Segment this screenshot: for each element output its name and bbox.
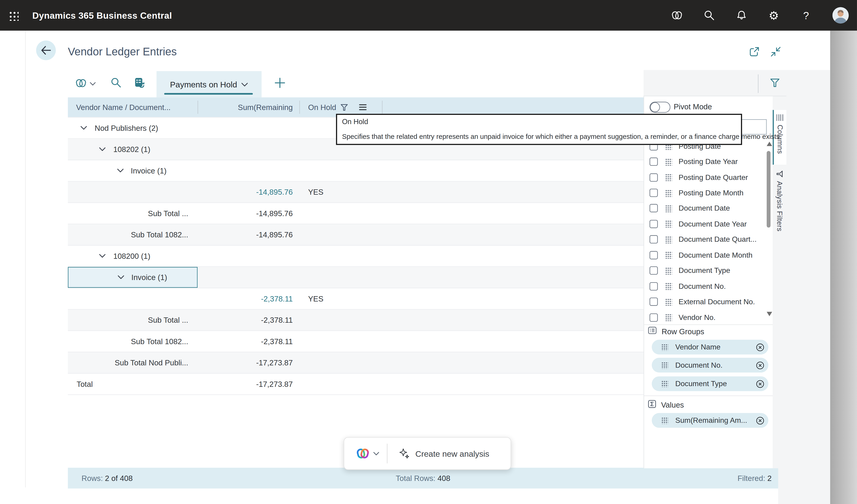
active-tab-underline	[164, 93, 253, 94]
open-in-new-window-icon[interactable]	[749, 47, 760, 57]
back-button[interactable]	[36, 40, 56, 60]
drag-handle-icon[interactable]	[665, 251, 672, 259]
field-list-item[interactable]: Vendor No.	[644, 310, 766, 324]
table-row-group-doctype-selected[interactable]: Invoice (1)	[68, 267, 643, 288]
chevron-down-icon[interactable]	[99, 147, 105, 152]
pivot-mode-toggle[interactable]	[650, 102, 670, 112]
field-list-item[interactable]: Document No.	[644, 278, 766, 294]
collapse-view-icon[interactable]	[771, 47, 781, 57]
settings-gear-icon[interactable]: ⚙	[768, 9, 780, 21]
checkbox[interactable]	[650, 173, 658, 181]
checkbox[interactable]	[650, 158, 658, 166]
drag-handle-icon[interactable]	[665, 267, 672, 275]
remove-icon[interactable]	[756, 343, 764, 351]
field-list-item[interactable]: Document Date	[644, 201, 766, 216]
notifications-bell-icon[interactable]	[735, 9, 747, 21]
column-filter-funnel-icon[interactable]	[340, 104, 348, 111]
drag-handle-icon[interactable]	[665, 173, 672, 181]
checkbox[interactable]	[650, 204, 658, 213]
remove-icon[interactable]	[756, 361, 764, 369]
copilot-logo-icon[interactable]	[356, 446, 370, 460]
remove-icon[interactable]	[756, 379, 764, 388]
drag-handle-icon[interactable]	[665, 282, 672, 290]
table-row-subtotal[interactable]: Sub Total 1082... -14,895.76	[68, 224, 643, 245]
field-list-item[interactable]: Document Date Month	[644, 247, 766, 263]
amount-link[interactable]: -2,378.11	[261, 294, 293, 303]
value-pill-sum-remaining[interactable]: Sum(Remaining Am...	[652, 413, 768, 428]
field-list-item[interactable]: Document Date Quart...	[644, 232, 766, 247]
copilot-menu-button[interactable]	[75, 77, 96, 89]
tab-analysis-filters[interactable]: Analysis Filters	[773, 166, 786, 240]
scrollbar-down-arrow[interactable]	[767, 312, 772, 316]
checkbox[interactable]	[650, 282, 658, 291]
table-row-group-document[interactable]: 108200 (1)	[68, 246, 643, 267]
field-list-item[interactable]: Posting Date Quarter	[644, 170, 766, 185]
checkbox[interactable]	[650, 266, 658, 275]
table-row-subtotal[interactable]: Sub Total ... -14,895.76	[68, 203, 643, 224]
field-list-item[interactable]: Document Date Year	[644, 216, 766, 231]
copilot-icon[interactable]	[671, 9, 683, 21]
column-header-vendor-name[interactable]: Vendor Name / Document...	[76, 97, 171, 117]
table-row-group-doctype[interactable]: Invoice (1)	[68, 160, 643, 181]
table-row-subtotal[interactable]: Sub Total Nod Publi... -17,273.87	[68, 352, 643, 373]
filter-funnel-icon[interactable]	[770, 78, 780, 90]
subtotal-label: Sub Total 1082...	[68, 224, 198, 245]
drag-handle-icon[interactable]	[665, 158, 672, 166]
drag-handle-icon[interactable]	[661, 417, 668, 424]
checkbox[interactable]	[650, 251, 658, 259]
app-launcher-waffle-icon[interactable]	[8, 10, 19, 20]
create-new-analysis-button[interactable]: Create new analysis	[387, 438, 511, 469]
amount-link[interactable]: -14,895.76	[256, 188, 293, 196]
checkbox[interactable]	[650, 298, 658, 306]
field-list-item[interactable]: External Document No.	[644, 294, 766, 309]
row-group-pill-vendor-name[interactable]: Vendor Name	[652, 340, 768, 354]
search-icon[interactable]	[703, 9, 715, 21]
add-tab-plus-icon[interactable]	[274, 77, 286, 91]
table-row-detail[interactable]: -2,378.11 YES	[68, 288, 643, 310]
checkbox[interactable]	[650, 236, 658, 244]
remove-icon[interactable]	[756, 416, 764, 425]
group-label: Invoice (1)	[131, 166, 167, 175]
drag-handle-icon	[776, 115, 784, 121]
drag-handle-icon[interactable]	[661, 362, 668, 369]
chevron-down-icon[interactable]	[117, 168, 124, 173]
chevron-down-icon[interactable]	[118, 275, 124, 280]
field-list-item[interactable]: Posting Date Year	[644, 154, 766, 169]
row-group-pill-document-no[interactable]: Document No.	[652, 358, 768, 372]
column-header-sum-remaining[interactable]: Sum(Remaining	[198, 97, 299, 117]
drag-handle-icon[interactable]	[661, 380, 668, 387]
chevron-down-icon[interactable]	[81, 126, 87, 130]
drag-handle-icon[interactable]	[665, 189, 672, 196]
subtotal-amount: -2,378.11	[198, 331, 299, 352]
row-groups-header: Row Groups	[648, 327, 704, 336]
table-row-subtotal[interactable]: Sub Total 1082... -2,378.11	[68, 331, 643, 352]
drag-handle-icon[interactable]	[665, 220, 672, 228]
column-menu-icon[interactable]	[359, 104, 367, 110]
scrollbar-thumb[interactable]	[767, 151, 771, 228]
analysis-mode-icon[interactable]	[134, 77, 146, 91]
topbar-actions: ⚙ ?	[671, 7, 849, 23]
page-title: Vendor Ledger Entries	[68, 46, 177, 58]
table-row-subtotal[interactable]: Sub Total ... -2,378.11	[68, 310, 643, 331]
checkbox[interactable]	[650, 313, 658, 321]
field-list-item[interactable]: Posting Date Month	[644, 185, 766, 201]
drag-handle-icon[interactable]	[665, 298, 672, 306]
grid-search-icon[interactable]	[111, 77, 121, 90]
selected-cell[interactable]: Invoice (1)	[68, 267, 198, 288]
drag-handle-icon[interactable]	[665, 236, 672, 243]
tab-payments-on-hold[interactable]: Payments on Hold	[156, 71, 262, 97]
drag-handle-icon[interactable]	[661, 344, 668, 351]
table-row-total[interactable]: Total -17,273.87	[68, 374, 643, 395]
help-icon[interactable]: ?	[800, 9, 812, 21]
checkbox[interactable]	[650, 220, 658, 228]
user-avatar[interactable]	[832, 7, 849, 23]
table-row-detail[interactable]: -14,895.76 YES	[68, 181, 643, 203]
field-list-item[interactable]: Document Type	[644, 263, 766, 278]
drag-handle-icon[interactable]	[665, 205, 672, 212]
row-group-pill-document-type[interactable]: Document Type	[652, 377, 768, 391]
drag-handle-icon[interactable]	[665, 313, 672, 321]
chevron-down-icon[interactable]	[99, 254, 105, 258]
checkbox[interactable]	[650, 189, 658, 197]
scrollbar-up-arrow[interactable]	[767, 142, 772, 146]
chevron-down-icon[interactable]	[373, 452, 379, 455]
